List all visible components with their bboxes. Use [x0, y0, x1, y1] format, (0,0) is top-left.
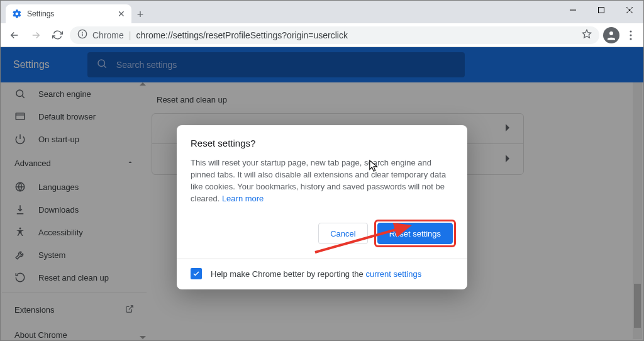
- reload-button[interactable]: [48, 26, 66, 44]
- svg-point-11: [630, 38, 631, 40]
- window-maximize-icon[interactable]: [587, 1, 615, 20]
- tab-close-icon[interactable]: ✕: [118, 9, 125, 19]
- svg-rect-1: [598, 8, 604, 13]
- back-button[interactable]: [6, 26, 23, 44]
- current-settings-link[interactable]: current settings: [365, 269, 421, 279]
- window-controls: [558, 1, 643, 20]
- svg-point-9: [630, 30, 631, 32]
- report-settings-checkbox[interactable]: [191, 268, 202, 279]
- learn-more-link[interactable]: Learn more: [222, 194, 264, 203]
- omnibox-scheme-label: Chrome: [92, 30, 124, 40]
- window-minimize-icon[interactable]: [558, 1, 587, 20]
- browser-toolbar: Chrome | chrome://settings/resetProfileS…: [1, 23, 643, 47]
- new-tab-button[interactable]: +: [131, 6, 149, 23]
- reset-settings-button[interactable]: Reset settings: [377, 223, 453, 244]
- footer-pre-text: Help make Chrome better by reporting the: [211, 269, 365, 279]
- svg-rect-6: [82, 33, 82, 36]
- mouse-cursor-icon: [369, 159, 380, 176]
- svg-point-5: [82, 31, 83, 33]
- browser-tab[interactable]: Settings ✕: [6, 4, 131, 23]
- window-close-icon[interactable]: [615, 1, 643, 20]
- svg-point-8: [609, 31, 613, 35]
- annotation-highlight: Reset settings: [374, 220, 456, 247]
- browser-menu-icon[interactable]: [623, 30, 638, 40]
- svg-point-10: [630, 34, 631, 36]
- omnibox-url: chrome://settings/resetProfileSettings?o…: [136, 30, 348, 40]
- tab-title: Settings: [27, 9, 118, 18]
- reset-settings-dialog: Reset settings? This will reset your sta…: [177, 125, 467, 289]
- svg-marker-7: [582, 30, 591, 38]
- dialog-title: Reset settings?: [191, 138, 453, 148]
- titlebar: Settings ✕ +: [1, 1, 643, 23]
- reset-button-label: Reset settings: [389, 229, 441, 238]
- settings-gear-icon: [12, 9, 22, 19]
- chrome-info-icon: [77, 29, 87, 41]
- cancel-button[interactable]: Cancel: [318, 223, 367, 244]
- address-bar[interactable]: Chrome | chrome://settings/resetProfileS…: [70, 26, 599, 44]
- bookmark-star-icon[interactable]: [582, 29, 592, 41]
- dialog-body-text: This will reset your startup page, new t…: [191, 157, 453, 204]
- omnibox-separator: |: [129, 30, 131, 40]
- dialog-footer-text: Help make Chrome better by reporting the…: [211, 269, 421, 279]
- cancel-button-label: Cancel: [330, 229, 355, 238]
- profile-avatar[interactable]: [603, 27, 619, 43]
- forward-button[interactable]: [27, 26, 45, 44]
